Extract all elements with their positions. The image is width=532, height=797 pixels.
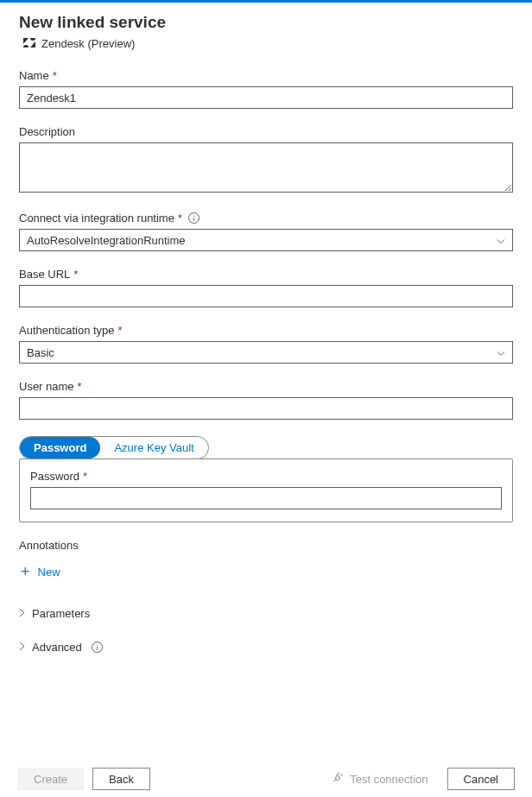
zendesk-icon <box>23 37 35 50</box>
base-url-label: Base URL <box>19 268 70 281</box>
description-input[interactable] <box>19 142 513 193</box>
cancel-button[interactable]: Cancel <box>447 768 515 790</box>
chevron-right-icon <box>19 607 25 620</box>
advanced-label: Advanced <box>32 641 82 654</box>
required-asterisk: * <box>178 212 182 225</box>
tab-password[interactable]: Password <box>20 437 100 459</box>
password-label: Password <box>30 470 79 483</box>
new-annotation-label: New <box>38 566 60 579</box>
service-type-row: Zendesk (Preview) <box>19 37 513 50</box>
plus-icon: + <box>21 564 30 579</box>
plug-icon <box>332 772 345 787</box>
user-name-input[interactable] <box>19 397 513 420</box>
auth-type-label: Authentication type <box>19 324 115 337</box>
name-label: Name <box>19 69 49 82</box>
description-label: Description <box>19 125 75 138</box>
add-annotation-button[interactable]: + New <box>19 560 513 583</box>
required-asterisk: * <box>118 324 123 337</box>
chevron-right-icon <box>19 641 25 654</box>
field-name: Name * <box>19 69 513 109</box>
footer-bar: Create Back Test connection Cancel <box>0 761 532 797</box>
name-input[interactable] <box>19 86 513 109</box>
test-connection-label: Test connection <box>350 773 428 786</box>
field-base-url: Base URL * <box>19 268 513 307</box>
password-input[interactable] <box>30 487 502 509</box>
base-url-input[interactable] <box>19 285 513 307</box>
create-button[interactable]: Create <box>17 768 84 790</box>
integration-runtime-select[interactable] <box>19 229 513 251</box>
required-asterisk: * <box>73 268 78 281</box>
required-asterisk: * <box>83 470 87 483</box>
field-user-name: User name * <box>19 380 513 420</box>
password-section: Password * <box>19 459 513 522</box>
annotations-heading: Annotations <box>19 539 513 552</box>
auth-type-select[interactable] <box>19 341 513 364</box>
advanced-expander[interactable]: Advanced i <box>19 637 513 657</box>
test-connection-button[interactable]: Test connection <box>332 772 428 787</box>
parameters-label: Parameters <box>32 607 90 620</box>
parameters-expander[interactable]: Parameters <box>19 604 513 623</box>
back-button[interactable]: Back <box>92 768 150 790</box>
integration-runtime-label: Connect via integration runtime <box>19 212 174 225</box>
required-asterisk: * <box>78 380 82 393</box>
info-icon[interactable]: i <box>188 212 200 224</box>
service-type-label: Zendesk (Preview) <box>41 37 135 50</box>
info-icon[interactable]: i <box>92 642 103 653</box>
field-integration-runtime: Connect via integration runtime * i <box>19 212 513 251</box>
page-title: New linked service <box>19 13 513 32</box>
tab-azure-key-vault[interactable]: Azure Key Vault <box>100 437 207 459</box>
field-auth-type: Authentication type * <box>19 324 513 364</box>
field-description: Description <box>19 125 513 195</box>
user-name-label: User name <box>19 380 74 393</box>
credential-tabs: Password Azure Key Vault <box>19 436 209 459</box>
required-asterisk: * <box>53 69 57 82</box>
